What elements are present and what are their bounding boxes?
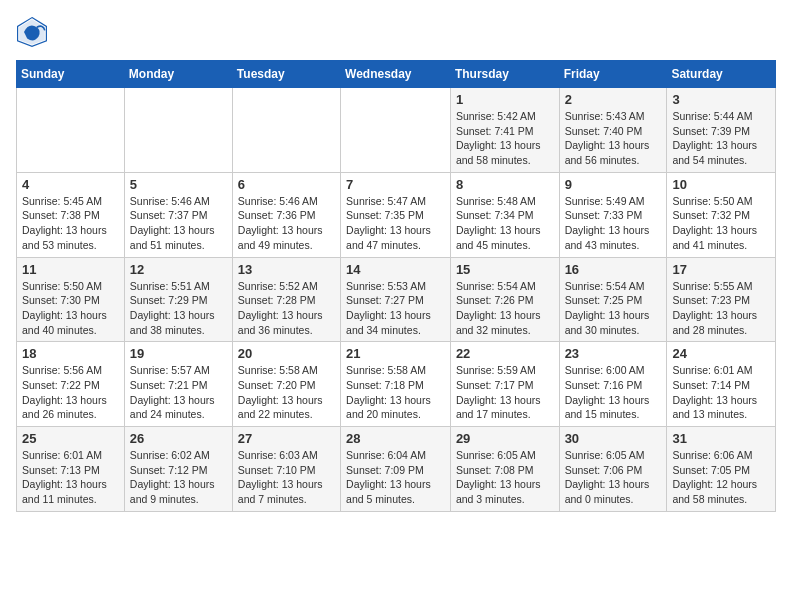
- day-number: 15: [456, 262, 554, 277]
- day-info: Sunrise: 5:53 AM Sunset: 7:27 PM Dayligh…: [346, 279, 445, 338]
- day-info: Sunrise: 5:45 AM Sunset: 7:38 PM Dayligh…: [22, 194, 119, 253]
- day-number: 4: [22, 177, 119, 192]
- day-number: 5: [130, 177, 227, 192]
- calendar-cell: 4Sunrise: 5:45 AM Sunset: 7:38 PM Daylig…: [17, 172, 125, 257]
- calendar-cell: 2Sunrise: 5:43 AM Sunset: 7:40 PM Daylig…: [559, 88, 667, 173]
- day-info: Sunrise: 6:05 AM Sunset: 7:08 PM Dayligh…: [456, 448, 554, 507]
- weekday-header-wednesday: Wednesday: [341, 61, 451, 88]
- calendar-week-4: 25Sunrise: 6:01 AM Sunset: 7:13 PM Dayli…: [17, 427, 776, 512]
- day-number: 22: [456, 346, 554, 361]
- day-info: Sunrise: 5:55 AM Sunset: 7:23 PM Dayligh…: [672, 279, 770, 338]
- calendar-week-1: 4Sunrise: 5:45 AM Sunset: 7:38 PM Daylig…: [17, 172, 776, 257]
- calendar-week-2: 11Sunrise: 5:50 AM Sunset: 7:30 PM Dayli…: [17, 257, 776, 342]
- day-number: 8: [456, 177, 554, 192]
- day-info: Sunrise: 6:02 AM Sunset: 7:12 PM Dayligh…: [130, 448, 227, 507]
- day-info: Sunrise: 6:01 AM Sunset: 7:13 PM Dayligh…: [22, 448, 119, 507]
- calendar-header: SundayMondayTuesdayWednesdayThursdayFrid…: [17, 61, 776, 88]
- calendar-cell: 10Sunrise: 5:50 AM Sunset: 7:32 PM Dayli…: [667, 172, 776, 257]
- day-number: 26: [130, 431, 227, 446]
- day-number: 18: [22, 346, 119, 361]
- calendar-cell: 30Sunrise: 6:05 AM Sunset: 7:06 PM Dayli…: [559, 427, 667, 512]
- calendar-cell: 11Sunrise: 5:50 AM Sunset: 7:30 PM Dayli…: [17, 257, 125, 342]
- calendar-cell: 21Sunrise: 5:58 AM Sunset: 7:18 PM Dayli…: [341, 342, 451, 427]
- day-number: 25: [22, 431, 119, 446]
- calendar-cell: 29Sunrise: 6:05 AM Sunset: 7:08 PM Dayli…: [450, 427, 559, 512]
- day-number: 12: [130, 262, 227, 277]
- day-info: Sunrise: 6:01 AM Sunset: 7:14 PM Dayligh…: [672, 363, 770, 422]
- calendar-cell: 22Sunrise: 5:59 AM Sunset: 7:17 PM Dayli…: [450, 342, 559, 427]
- calendar-week-0: 1Sunrise: 5:42 AM Sunset: 7:41 PM Daylig…: [17, 88, 776, 173]
- weekday-header-friday: Friday: [559, 61, 667, 88]
- calendar-cell: 5Sunrise: 5:46 AM Sunset: 7:37 PM Daylig…: [124, 172, 232, 257]
- calendar-cell: 15Sunrise: 5:54 AM Sunset: 7:26 PM Dayli…: [450, 257, 559, 342]
- day-number: 2: [565, 92, 662, 107]
- day-number: 19: [130, 346, 227, 361]
- day-number: 24: [672, 346, 770, 361]
- day-number: 14: [346, 262, 445, 277]
- calendar-table: SundayMondayTuesdayWednesdayThursdayFrid…: [16, 60, 776, 512]
- day-info: Sunrise: 5:50 AM Sunset: 7:30 PM Dayligh…: [22, 279, 119, 338]
- day-info: Sunrise: 6:04 AM Sunset: 7:09 PM Dayligh…: [346, 448, 445, 507]
- day-number: 21: [346, 346, 445, 361]
- day-number: 28: [346, 431, 445, 446]
- calendar-cell: 1Sunrise: 5:42 AM Sunset: 7:41 PM Daylig…: [450, 88, 559, 173]
- weekday-header-sunday: Sunday: [17, 61, 125, 88]
- day-number: 17: [672, 262, 770, 277]
- day-info: Sunrise: 5:58 AM Sunset: 7:18 PM Dayligh…: [346, 363, 445, 422]
- calendar-cell: 17Sunrise: 5:55 AM Sunset: 7:23 PM Dayli…: [667, 257, 776, 342]
- calendar-cell: 31Sunrise: 6:06 AM Sunset: 7:05 PM Dayli…: [667, 427, 776, 512]
- calendar-cell: 20Sunrise: 5:58 AM Sunset: 7:20 PM Dayli…: [232, 342, 340, 427]
- day-info: Sunrise: 5:59 AM Sunset: 7:17 PM Dayligh…: [456, 363, 554, 422]
- day-number: 16: [565, 262, 662, 277]
- day-number: 7: [346, 177, 445, 192]
- day-info: Sunrise: 5:50 AM Sunset: 7:32 PM Dayligh…: [672, 194, 770, 253]
- calendar-cell: 7Sunrise: 5:47 AM Sunset: 7:35 PM Daylig…: [341, 172, 451, 257]
- day-number: 1: [456, 92, 554, 107]
- day-info: Sunrise: 5:44 AM Sunset: 7:39 PM Dayligh…: [672, 109, 770, 168]
- calendar-cell: [232, 88, 340, 173]
- calendar-cell: [341, 88, 451, 173]
- day-info: Sunrise: 5:58 AM Sunset: 7:20 PM Dayligh…: [238, 363, 335, 422]
- day-info: Sunrise: 6:00 AM Sunset: 7:16 PM Dayligh…: [565, 363, 662, 422]
- day-number: 10: [672, 177, 770, 192]
- day-info: Sunrise: 5:48 AM Sunset: 7:34 PM Dayligh…: [456, 194, 554, 253]
- calendar-cell: 28Sunrise: 6:04 AM Sunset: 7:09 PM Dayli…: [341, 427, 451, 512]
- calendar-cell: 24Sunrise: 6:01 AM Sunset: 7:14 PM Dayli…: [667, 342, 776, 427]
- day-info: Sunrise: 5:46 AM Sunset: 7:36 PM Dayligh…: [238, 194, 335, 253]
- calendar-cell: 23Sunrise: 6:00 AM Sunset: 7:16 PM Dayli…: [559, 342, 667, 427]
- day-number: 23: [565, 346, 662, 361]
- calendar-cell: 18Sunrise: 5:56 AM Sunset: 7:22 PM Dayli…: [17, 342, 125, 427]
- calendar-cell: [17, 88, 125, 173]
- logo: [16, 16, 52, 48]
- weekday-header-tuesday: Tuesday: [232, 61, 340, 88]
- calendar-cell: 25Sunrise: 6:01 AM Sunset: 7:13 PM Dayli…: [17, 427, 125, 512]
- day-number: 20: [238, 346, 335, 361]
- day-number: 29: [456, 431, 554, 446]
- calendar-cell: 16Sunrise: 5:54 AM Sunset: 7:25 PM Dayli…: [559, 257, 667, 342]
- day-number: 9: [565, 177, 662, 192]
- day-info: Sunrise: 5:52 AM Sunset: 7:28 PM Dayligh…: [238, 279, 335, 338]
- day-number: 31: [672, 431, 770, 446]
- calendar-cell: 3Sunrise: 5:44 AM Sunset: 7:39 PM Daylig…: [667, 88, 776, 173]
- day-info: Sunrise: 5:56 AM Sunset: 7:22 PM Dayligh…: [22, 363, 119, 422]
- calendar-cell: [124, 88, 232, 173]
- day-number: 13: [238, 262, 335, 277]
- calendar-cell: 12Sunrise: 5:51 AM Sunset: 7:29 PM Dayli…: [124, 257, 232, 342]
- day-number: 6: [238, 177, 335, 192]
- logo-icon: [16, 16, 48, 48]
- calendar-cell: 19Sunrise: 5:57 AM Sunset: 7:21 PM Dayli…: [124, 342, 232, 427]
- day-info: Sunrise: 5:54 AM Sunset: 7:26 PM Dayligh…: [456, 279, 554, 338]
- calendar-cell: 14Sunrise: 5:53 AM Sunset: 7:27 PM Dayli…: [341, 257, 451, 342]
- weekday-header-saturday: Saturday: [667, 61, 776, 88]
- day-info: Sunrise: 5:57 AM Sunset: 7:21 PM Dayligh…: [130, 363, 227, 422]
- weekday-header-monday: Monday: [124, 61, 232, 88]
- day-info: Sunrise: 6:03 AM Sunset: 7:10 PM Dayligh…: [238, 448, 335, 507]
- calendar-cell: 13Sunrise: 5:52 AM Sunset: 7:28 PM Dayli…: [232, 257, 340, 342]
- day-number: 27: [238, 431, 335, 446]
- day-info: Sunrise: 5:49 AM Sunset: 7:33 PM Dayligh…: [565, 194, 662, 253]
- day-info: Sunrise: 6:05 AM Sunset: 7:06 PM Dayligh…: [565, 448, 662, 507]
- calendar-cell: 6Sunrise: 5:46 AM Sunset: 7:36 PM Daylig…: [232, 172, 340, 257]
- calendar-cell: 8Sunrise: 5:48 AM Sunset: 7:34 PM Daylig…: [450, 172, 559, 257]
- calendar-cell: 9Sunrise: 5:49 AM Sunset: 7:33 PM Daylig…: [559, 172, 667, 257]
- calendar-cell: 26Sunrise: 6:02 AM Sunset: 7:12 PM Dayli…: [124, 427, 232, 512]
